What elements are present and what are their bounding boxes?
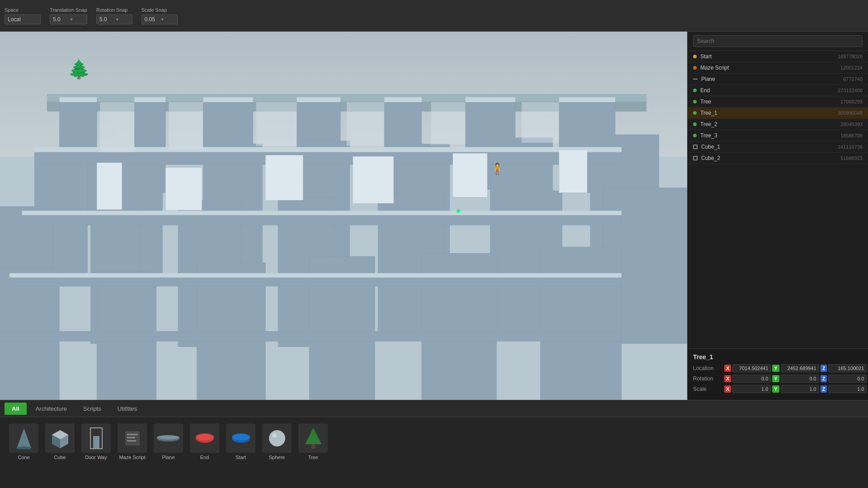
svg-rect-66 [127, 437, 135, 438]
rotation-snap-select[interactable]: 5.0 ▼ [96, 14, 132, 24]
scene-item[interactable]: Start 189778020 [688, 51, 868, 62]
ry-axis-label: Y [772, 375, 779, 382]
asset-thumb [45, 423, 75, 453]
translation-snap-label: Translation Snap [50, 7, 87, 13]
svg-rect-40 [465, 97, 515, 102]
rotation-field: X Y Z [724, 375, 867, 383]
scale-z-input[interactable] [828, 385, 867, 393]
scene-item[interactable]: Cube_2 51688923 [688, 153, 868, 164]
scene-item-name: Maze Script [700, 65, 837, 71]
rotation-z-input[interactable] [828, 375, 867, 383]
bottom-area: AllArchitectureScriptsUtitlttes Cone Cub… [0, 400, 868, 488]
asset-door-way[interactable]: Door Way [79, 422, 113, 483]
location-z-input[interactable] [828, 364, 867, 372]
tab-utitlttes[interactable]: Utitlttes [110, 403, 144, 415]
location-y-input[interactable] [781, 364, 819, 372]
translation-snap-select[interactable]: 5.0 ▼ [50, 14, 87, 24]
scene-item-id: 189778020 [838, 54, 863, 59]
asset-label: Sphere [269, 455, 285, 460]
asset-label: Tree [308, 455, 318, 460]
svg-rect-63 [93, 436, 99, 449]
asset-cube[interactable]: Cube [43, 422, 77, 483]
asset-thumb [81, 423, 111, 453]
scene-item[interactable]: Tree_1 305990048 [688, 108, 868, 119]
scene-item-name: Tree_2 [700, 121, 837, 127]
scale-y-input[interactable] [781, 385, 819, 393]
asset-label: End [200, 455, 209, 460]
selected-object-title: Tree_1 [693, 353, 863, 361]
svg-rect-56 [559, 150, 587, 192]
scene-item-name: Plane [701, 76, 840, 82]
svg-rect-43 [22, 211, 622, 215]
minus-icon [693, 79, 698, 80]
dot-icon [693, 111, 697, 115]
location-field: X Y Z [724, 364, 867, 372]
chevron-down-icon: ▼ [115, 17, 129, 22]
viewport-marker-dot [457, 209, 460, 213]
asset-thumb [118, 423, 147, 453]
x-axis-label: X [724, 365, 731, 372]
scale-snap-select[interactable]: 0.05 ▼ [142, 14, 178, 24]
location-x-input[interactable] [732, 364, 771, 372]
scene-item-id: 17068293 [840, 99, 863, 104]
svg-rect-55 [453, 153, 487, 197]
rotation-snap-group: Rotation Snap 5.0 ▼ [96, 7, 132, 24]
asset-maze-script[interactable]: Maze Script [115, 422, 149, 483]
asset-end[interactable]: End [188, 422, 222, 483]
asset-thumb [9, 423, 38, 453]
space-select[interactable]: Local [5, 14, 41, 24]
rotation-x-input[interactable] [732, 375, 771, 383]
scene-item-name: Cube_2 [701, 155, 837, 161]
tab-all[interactable]: All [5, 403, 27, 415]
rotation-snap-label: Rotation Snap [96, 7, 132, 13]
asset-plane[interactable]: Plane [151, 422, 185, 483]
chevron-down-icon: ▼ [69, 17, 84, 22]
asset-sphere[interactable]: Sphere [260, 422, 294, 483]
viewport[interactable]: 🌲 🧍 [0, 32, 687, 400]
rotation-y-input[interactable] [781, 375, 819, 383]
properties-panel: Tree_1 Location X Y Z Rotation X [688, 348, 868, 400]
tab-architecture[interactable]: Architecture [28, 403, 74, 415]
scene-item[interactable]: Tree 17068293 [688, 96, 868, 108]
scene-item[interactable]: Tree_2 28045393 [688, 119, 868, 130]
location-label: Location [693, 365, 722, 371]
scene-item[interactable]: Maze Script 12001224 [688, 62, 868, 74]
svg-point-75 [272, 433, 277, 438]
rotation-label: Rotation [693, 375, 722, 382]
asset-start[interactable]: Start [224, 422, 258, 483]
dot-icon [693, 134, 697, 137]
asset-label: Cube [54, 455, 66, 460]
scene-item-name: Start [700, 53, 834, 60]
scene-header [688, 32, 868, 51]
svg-rect-30 [540, 247, 622, 400]
scene-item[interactable]: Cube_1 141116736 [688, 141, 868, 153]
viewport-character: 🧍 [491, 163, 504, 175]
svg-marker-57 [17, 428, 31, 448]
scale-x-input[interactable] [732, 385, 771, 393]
svg-rect-46 [169, 102, 203, 149]
rx-axis-label: X [724, 375, 731, 382]
scene-item-name: Tree_1 [700, 110, 834, 116]
svg-rect-34 [0, 331, 622, 341]
svg-rect-37 [203, 97, 253, 102]
asset-tree[interactable]: Tree [296, 422, 330, 483]
svg-marker-76 [305, 428, 321, 444]
svg-rect-50 [522, 102, 559, 143]
rotation-row: Rotation X Y Z [693, 375, 863, 383]
scene-item-id: 273122408 [838, 88, 863, 93]
space-label: Space [5, 7, 41, 13]
dot-icon [693, 100, 697, 103]
sz-axis-label: Z [821, 385, 827, 393]
scene-item[interactable]: Plane 6772740 [688, 74, 868, 85]
svg-point-71 [196, 433, 214, 441]
svg-rect-48 [347, 102, 384, 146]
scene-item[interactable]: Tree_3 18588708 [688, 130, 868, 141]
asset-cone[interactable]: Cone [7, 422, 41, 483]
bottom-tabs: AllArchitectureScriptsUtitlttes [0, 401, 868, 417]
scene-item[interactable]: End 273122408 [688, 85, 868, 96]
svg-rect-65 [127, 434, 138, 435]
svg-point-69 [157, 435, 179, 440]
sy-axis-label: Y [772, 385, 779, 393]
search-input[interactable] [693, 35, 863, 47]
tab-scripts[interactable]: Scripts [76, 403, 108, 415]
